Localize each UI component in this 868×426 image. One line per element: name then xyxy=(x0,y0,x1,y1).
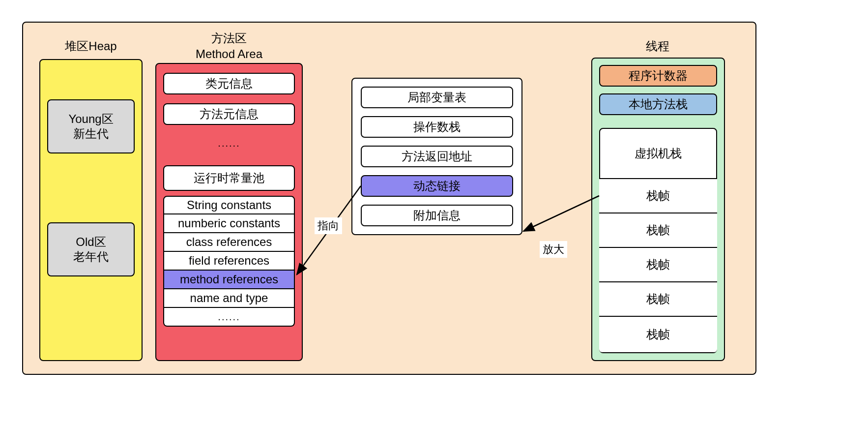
heap-old: Old区 老年代 xyxy=(47,222,135,276)
method-area-ellipsis-1: ...... xyxy=(163,138,295,149)
stack-frame-2: 栈帧 xyxy=(599,247,717,281)
constant-pool-ellipsis: ...... xyxy=(163,308,295,327)
method-area-title-1: 方法区 xyxy=(155,30,303,46)
program-counter: 程序计数器 xyxy=(599,65,717,87)
method-area-title-2: Method Area xyxy=(155,46,303,61)
thread-title: 线程 xyxy=(591,38,724,54)
stack-frame-item-3: 动态链接 xyxy=(361,175,513,197)
stack-frame-item-4: 附加信息 xyxy=(361,205,513,226)
constant-pool-item-1: numberic constants xyxy=(163,214,295,233)
stack-frame-3: 栈帧 xyxy=(599,281,717,316)
heap-title: 堆区Heap xyxy=(39,38,143,54)
diagram-canvas: 堆区Heap Young区 新生代 Old区 老年代 方法区 Method Ar… xyxy=(0,0,868,426)
method-area-item-0: 类元信息 xyxy=(163,73,295,94)
constant-pool-item-0: String constants xyxy=(163,196,295,214)
stack-frame-item-0: 局部变量表 xyxy=(361,87,513,108)
arrow-label-zoom: 放大 xyxy=(540,241,567,258)
heap-young: Young区 新生代 xyxy=(47,99,135,153)
stack-frame-item-1: 操作数栈 xyxy=(361,116,513,138)
vm-stack-title: 虚拟机栈 xyxy=(599,146,717,161)
stack-frame-1: 栈帧 xyxy=(599,213,717,247)
constant-pool-item-5: name and type xyxy=(163,289,295,308)
stack-frame-0: 栈帧 xyxy=(599,178,717,213)
constant-pool-item-2: class references xyxy=(163,233,295,252)
constant-pool-header: 运行时常量池 xyxy=(163,165,295,191)
native-method-stack: 本地方法栈 xyxy=(599,93,717,115)
arrow-label-points-to: 指向 xyxy=(315,217,342,234)
constant-pool-item-3: field references xyxy=(163,252,295,271)
stack-frame-4: 栈帧 xyxy=(599,316,717,352)
stack-frame-item-2: 方法返回地址 xyxy=(361,146,513,167)
constant-pool-item-4: method references xyxy=(163,271,295,289)
method-area-item-1: 方法元信息 xyxy=(163,103,295,125)
